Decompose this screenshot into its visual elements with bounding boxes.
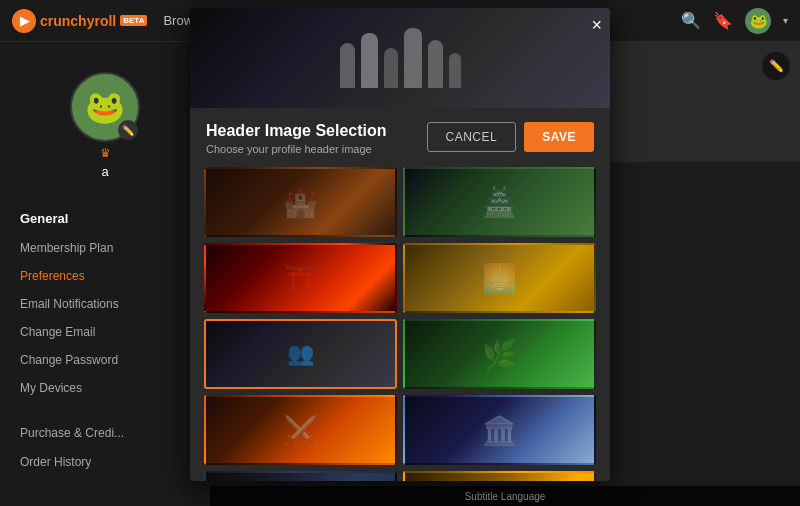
- grid-item-1[interactable]: 🏰: [204, 167, 397, 237]
- grid-item-3[interactable]: ⛩️: [204, 243, 397, 313]
- grid-item-9-inner: 🌙: [206, 473, 395, 481]
- modal-title-group: Header Image Selection Choose your profi…: [206, 122, 387, 155]
- nav-icons-group: 🔍 🔖 🐸 ▾: [681, 8, 788, 34]
- grid-item-2-inner: 🏯: [405, 169, 594, 235]
- modal-header-preview: ×: [190, 8, 610, 108]
- logo[interactable]: ▶ crunchyroll BETA: [12, 9, 147, 33]
- modal-title: Header Image Selection: [206, 122, 387, 140]
- scene-2-deco: 🏯: [405, 169, 594, 235]
- scene-5-deco: 👥: [206, 321, 395, 387]
- modal-action-buttons: CANCEL SAVE: [427, 122, 594, 152]
- scene-8-deco: 🏛️: [405, 397, 594, 463]
- beta-badge: BETA: [120, 15, 147, 26]
- image-selection-grid: 🏰 🏯 ⛩️ 🌅 👥 🌿: [190, 161, 610, 481]
- header-edit-icon[interactable]: ✏️: [762, 52, 790, 80]
- scene-3-deco: ⛩️: [206, 245, 395, 311]
- sidebar: 🐸 ✏️ ♛ a General Membership Plan Prefere…: [0, 42, 210, 506]
- grid-item-1-inner: 🏰: [206, 169, 395, 235]
- sidebar-item-my-devices[interactable]: My Devices: [0, 374, 210, 402]
- sidebar-item-email-notifications[interactable]: Email Notifications: [0, 290, 210, 318]
- scene-1-deco: 🏰: [206, 169, 395, 235]
- sidebar-item-membership[interactable]: Membership Plan: [0, 234, 210, 262]
- cancel-button[interactable]: CANCEL: [427, 122, 517, 152]
- crown-icon: ♛: [100, 146, 111, 160]
- grid-item-4-inner: 🌅: [405, 245, 594, 311]
- grid-item-4[interactable]: 🌅: [403, 243, 596, 313]
- header-image-modal: × Header Image Selection Choose your pro…: [190, 8, 610, 481]
- save-button[interactable]: SAVE: [524, 122, 594, 152]
- search-icon[interactable]: 🔍: [681, 11, 701, 30]
- profile-section: 🐸 ✏️ ♛ a: [0, 62, 210, 199]
- general-section-title: General: [0, 203, 210, 234]
- subtitle-language-label: Subtitle Language: [465, 491, 546, 502]
- modal-subtitle: Choose your profile header image: [206, 143, 387, 155]
- grid-item-6-inner: 🌿: [405, 321, 594, 387]
- sidebar-item-change-password[interactable]: Change Password: [0, 346, 210, 374]
- grid-item-9[interactable]: 🌙: [204, 471, 397, 481]
- bookmark-icon[interactable]: 🔖: [713, 11, 733, 30]
- grid-item-10-inner: 👫: [405, 473, 594, 481]
- grid-item-2[interactable]: 🏯: [403, 167, 596, 237]
- grid-item-7[interactable]: ⚔️: [204, 395, 397, 465]
- scene-10-deco: 👫: [405, 473, 594, 481]
- grid-item-3-inner: ⛩️: [206, 245, 395, 311]
- grid-item-7-inner: ⚔️: [206, 397, 395, 463]
- scene-6-deco: 🌿: [405, 321, 594, 387]
- modal-title-bar: Header Image Selection Choose your profi…: [190, 108, 610, 161]
- sidebar-item-preferences[interactable]: Preferences: [0, 262, 210, 290]
- modal-close-button[interactable]: ×: [591, 16, 602, 34]
- purchase-section-title: Purchase & Credi...: [0, 418, 210, 448]
- grid-item-8[interactable]: 🏛️: [403, 395, 596, 465]
- grid-item-10[interactable]: 👫: [403, 471, 596, 481]
- grid-item-6[interactable]: 🌿: [403, 319, 596, 389]
- sidebar-item-order-history[interactable]: Order History: [0, 448, 210, 476]
- grid-item-5-inner: 👥: [206, 321, 395, 387]
- scene-9-deco: 🌙: [206, 473, 395, 481]
- scene-7-deco: ⚔️: [206, 397, 395, 463]
- subtitle-language-bar: Subtitle Language: [210, 486, 800, 506]
- grid-item-5[interactable]: 👥: [204, 319, 397, 389]
- chevron-down-icon[interactable]: ▾: [783, 15, 788, 26]
- scene-4-deco: 🌅: [405, 245, 594, 311]
- grid-item-8-inner: 🏛️: [405, 397, 594, 463]
- logo-text: crunchyroll: [40, 13, 116, 29]
- avatar-edit-icon[interactable]: ✏️: [118, 120, 138, 140]
- logo-icon: ▶: [12, 9, 36, 33]
- user-avatar-large: 🐸 ✏️: [70, 72, 140, 142]
- username-display: a: [101, 164, 108, 179]
- sidebar-item-change-email[interactable]: Change Email: [0, 318, 210, 346]
- user-avatar-nav[interactable]: 🐸: [745, 8, 771, 34]
